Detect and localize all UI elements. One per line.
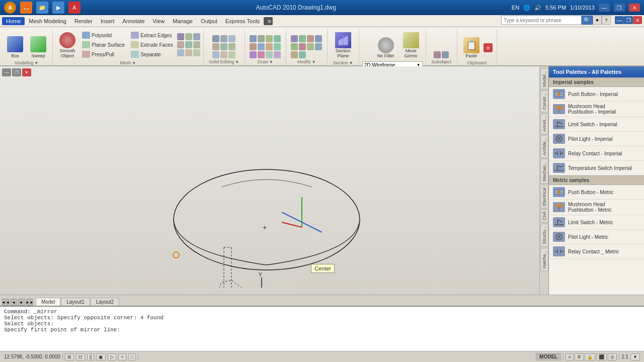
sweep-button[interactable]: Sweep [27, 30, 49, 59]
win-minimize[interactable]: — [615, 16, 624, 24]
media-icon[interactable]: ▶ [52, 2, 64, 14]
tab-layout2[interactable]: Layout2 [91, 298, 120, 306]
lock-button[interactable]: 🔒 [585, 353, 595, 360]
tab-layout1[interactable]: Layout1 [61, 298, 90, 306]
solid-edit-icon2[interactable] [220, 35, 227, 42]
tp-item-limit-switch-metric[interactable]: Limit Switch - Metric [549, 215, 644, 230]
draw-icon2[interactable] [258, 35, 265, 42]
draw-icon6[interactable] [258, 43, 265, 50]
snap-button[interactable]: ⊞ [65, 353, 74, 360]
tp-item-mushroom-imperial[interactable]: Mushroom HeadPushbutton - Imperial [549, 102, 644, 117]
hardware-button[interactable]: ⬛ [596, 353, 607, 360]
menu-home[interactable]: Home [2, 17, 25, 25]
draw-icon3[interactable] [266, 35, 273, 42]
win-restore[interactable]: ❐ [624, 16, 633, 24]
modify-icon7[interactable] [307, 43, 314, 50]
win-close[interactable]: ✕ [633, 16, 642, 24]
workspace-button[interactable]: ⚙ [575, 353, 584, 360]
command-input[interactable] [4, 334, 640, 340]
tool-palettes-content[interactable]: Imperial samples Push Button - Imperial … [549, 77, 644, 295]
menu-annotate[interactable]: Annotate [119, 17, 149, 25]
ducs-button[interactable]: □ [128, 353, 136, 360]
smooth-object-button[interactable]: SmoothObject [56, 30, 79, 59]
mesh-icon5[interactable] [185, 41, 192, 48]
minimize-button[interactable]: — [599, 4, 610, 12]
planar-surface-button[interactable]: Planar Surface [80, 40, 127, 49]
move-gizmo-button[interactable]: Move Gizmo [399, 30, 423, 59]
solid-edit-icon8[interactable] [220, 51, 227, 58]
modify-icon3[interactable] [307, 35, 314, 42]
menu-render[interactable]: Render [70, 17, 97, 25]
box-button[interactable]: Box [4, 30, 26, 59]
modify-icon5[interactable] [291, 43, 298, 50]
modify-icon10[interactable] [299, 51, 306, 58]
solid-edit-icon9[interactable] [228, 51, 235, 58]
explorer-icon[interactable]: 📁 [36, 2, 48, 14]
draw-icon11[interactable] [266, 51, 273, 58]
search-input[interactable] [501, 16, 582, 25]
tab-electrical[interactable]: Electrical [540, 185, 548, 209]
tab-hatche[interactable]: Hatche... [540, 248, 548, 271]
tp-item-pilot-light-metric[interactable]: Pilot Light - Metric [549, 230, 644, 244]
tp-item-push-button-metric[interactable]: Push Button - Metric [549, 185, 644, 200]
mesh-icon9[interactable] [193, 49, 200, 56]
isolate-button[interactable]: ◎ [608, 353, 617, 360]
tab-annot[interactable]: Annot... [540, 114, 548, 134]
draw-icon8[interactable] [274, 43, 281, 50]
tp-item-relay-contact-imperial[interactable]: Relay Contact - Imperial [549, 146, 644, 161]
modeling-arrow[interactable]: ▼ [34, 61, 38, 65]
tp-item-relay-contact-metric[interactable]: Relay Contact _ Metric [549, 244, 644, 259]
mesh-icon2[interactable] [185, 33, 192, 40]
restore-button[interactable]: ❐ [614, 4, 625, 12]
menu-manage[interactable]: Manage [169, 17, 197, 25]
polysolid-button[interactable]: Polysolid [80, 31, 127, 40]
help-button[interactable]: ? [602, 16, 611, 25]
layout-nav-first[interactable]: ◄◄ [2, 299, 9, 306]
tab-model[interactable]: Model [36, 298, 60, 306]
modify-icon1[interactable] [291, 35, 298, 42]
separate-button[interactable]: Separate [129, 50, 175, 59]
solid-edit-icon6[interactable] [228, 43, 235, 50]
menu-insert[interactable]: Insert [97, 17, 119, 25]
osnap-button[interactable]: ▷ [108, 353, 116, 360]
menu-expand[interactable]: ≡ [264, 17, 273, 25]
modify-icon9[interactable] [291, 51, 298, 58]
draw-icon5[interactable] [250, 43, 257, 50]
subobj-icon1[interactable] [434, 51, 441, 58]
tp-item-limit-switch-imperial[interactable]: Limit Switch - Imperial [549, 117, 644, 132]
tab-archite[interactable]: Archite... [540, 135, 548, 158]
mesh-arrow[interactable]: ▼ [132, 61, 136, 65]
extract-edges-button[interactable]: Extract Edges [129, 31, 175, 40]
paste-button[interactable]: 📋 Paste [460, 30, 482, 59]
solid-edit-icon1[interactable] [212, 35, 219, 42]
mesh-icon6[interactable] [193, 41, 200, 48]
mesh-icon4[interactable] [177, 41, 184, 48]
draw-icon1[interactable] [250, 35, 257, 42]
model-indicator[interactable]: MODEL [536, 353, 561, 360]
modify-icon6[interactable] [299, 43, 306, 50]
tab-mechan[interactable]: Mechan... [540, 159, 548, 184]
clipboard-x-button[interactable]: ✕ [484, 43, 493, 52]
canvas-area[interactable]: — ❐ ✕ [0, 66, 539, 295]
autocad-taskbar-icon[interactable]: A [68, 2, 80, 14]
subobj-icon2[interactable] [442, 51, 449, 58]
draw-icon9[interactable] [250, 51, 257, 58]
modify-icon8[interactable] [315, 43, 322, 50]
mesh-icon7[interactable] [177, 49, 184, 56]
search-options[interactable]: ★ [593, 16, 602, 25]
press-pull-button[interactable]: Press/Pull [80, 50, 127, 59]
otrack-button[interactable]: + [118, 353, 126, 360]
layout-nav-next[interactable]: ► [18, 299, 25, 306]
ortho-button[interactable]: || [87, 353, 95, 360]
solid-edit-icon7[interactable] [212, 51, 219, 58]
tp-item-pilot-light-imperial[interactable]: Pilot Light - Imperial [549, 132, 644, 146]
mesh-icon8[interactable] [185, 49, 192, 56]
draw-icon12[interactable] [274, 51, 281, 58]
draw-icon10[interactable] [258, 51, 265, 58]
solid-edit-icon5[interactable] [220, 43, 227, 50]
cmdline-input-area[interactable] [4, 334, 640, 340]
tp-item-temp-switch-imperial[interactable]: Temperature Switch Imperial [549, 161, 644, 175]
grid-button[interactable]: ⊡ [76, 353, 85, 360]
menu-output[interactable]: Output [197, 17, 221, 25]
draw-icon7[interactable] [266, 43, 273, 50]
